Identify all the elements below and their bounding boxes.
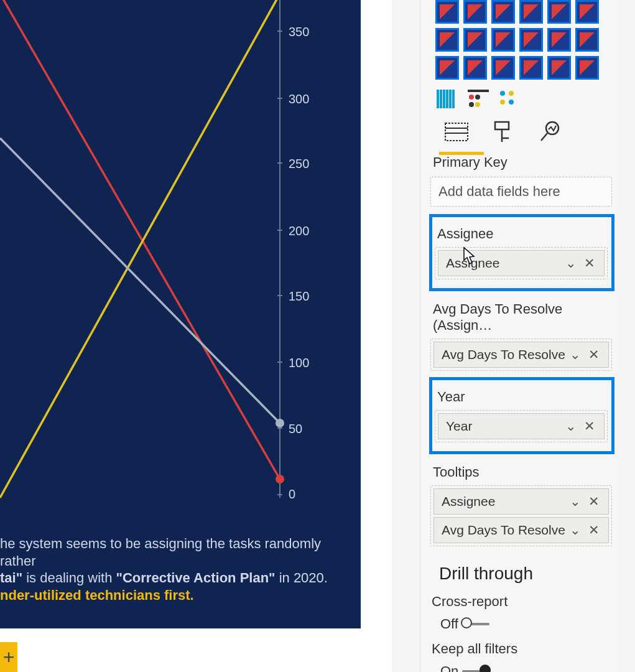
chevron-down-icon[interactable]: ⌄: [562, 419, 580, 434]
chevron-down-icon[interactable]: ⌄: [566, 523, 585, 538]
visualizations-pane: Primary Key Add data fields here Assigne…: [420, 0, 621, 672]
svg-rect-32: [495, 122, 509, 129]
drill-through-header: Drill through: [430, 553, 613, 591]
viz-tile[interactable]: [547, 28, 571, 52]
remove-field-icon[interactable]: ✕: [580, 419, 599, 434]
viz-tile[interactable]: [519, 28, 543, 52]
line-chart-visual[interactable]: 350 300 250 200 150 100 50 0 he system s…: [0, 0, 361, 628]
tooltips-well-label: Tooltips: [430, 460, 613, 484]
field-value: Assignee: [446, 256, 499, 271]
svg-point-27: [500, 100, 505, 105]
viz-tile[interactable]: [519, 56, 543, 80]
svg-rect-18: [449, 90, 452, 108]
pane-tabs: [430, 111, 613, 151]
field-value: Avg Days To Resolve: [442, 523, 565, 538]
svg-line-11: [0, 0, 280, 498]
insight-line-3: nder-utilized technicians first.: [0, 587, 194, 603]
viz-tile[interactable]: [435, 56, 459, 80]
chevron-down-icon[interactable]: ⌄: [566, 347, 585, 362]
insight-line-2a: tai": [0, 570, 22, 586]
remove-field-icon[interactable]: ✕: [580, 256, 599, 271]
svg-point-25: [500, 91, 505, 96]
svg-point-28: [509, 100, 514, 105]
field-value: Avg Days To Resolve: [442, 347, 565, 362]
insight-line-2c: "Corrective Action Plan": [116, 570, 276, 586]
viz-tile[interactable]: [575, 0, 599, 24]
tooltip-field-assignee[interactable]: Assignee ⌄ ✕: [433, 488, 609, 515]
svg-rect-17: [446, 90, 448, 108]
svg-line-36: [541, 133, 547, 141]
y-tick-label: 50: [289, 422, 302, 436]
svg-rect-16: [443, 90, 445, 108]
y-tick-label: 350: [289, 25, 309, 39]
avg-days-well-label: Avg Days To Resolve (Assign…: [430, 297, 613, 337]
cross-report-label: Cross-report: [432, 594, 613, 616]
svg-point-26: [509, 91, 514, 96]
cross-report-toggle[interactable]: Off: [432, 616, 613, 632]
assignee-field-well[interactable]: Assignee ⌄ ✕: [438, 250, 605, 276]
active-tab-indicator: [439, 152, 484, 155]
insight-line-2d: in 2020.: [276, 570, 328, 586]
svg-line-9: [0, 0, 280, 479]
toggle-state: On: [440, 663, 458, 672]
chevron-down-icon[interactable]: ⌄: [562, 256, 580, 271]
svg-rect-15: [440, 90, 442, 108]
svg-rect-19: [452, 90, 455, 108]
primary-key-dropzone[interactable]: Add data fields here: [430, 177, 612, 207]
svg-point-10: [276, 475, 284, 483]
insight-text: he system seems to be assigning the task…: [0, 535, 361, 604]
viz-tile[interactable]: [491, 28, 515, 52]
matrix-icon[interactable]: [468, 90, 489, 108]
add-page-button[interactable]: +: [0, 642, 17, 672]
y-tick-label: 150: [289, 289, 309, 304]
tooltips-dropzone[interactable]: Assignee ⌄ ✕ Avg Days To Resolve ⌄ ✕: [430, 485, 612, 546]
viz-tile[interactable]: [491, 56, 515, 80]
svg-line-12: [0, 138, 280, 423]
svg-rect-14: [437, 90, 439, 108]
keep-filters-label: Keep all filters: [432, 641, 613, 663]
viz-tile[interactable]: [435, 0, 459, 24]
insight-line-1: he system seems to be assigning the task…: [0, 536, 321, 569]
viz-tile[interactable]: [547, 0, 571, 24]
year-well-highlight: Year Year ⌄ ✕: [429, 377, 614, 454]
viz-tile[interactable]: [547, 56, 571, 80]
fields-tab-icon[interactable]: [444, 121, 469, 143]
viz-tile[interactable]: [575, 28, 599, 52]
viz-tile[interactable]: [463, 0, 487, 24]
svg-point-22: [475, 95, 480, 100]
analytics-tab-icon[interactable]: [536, 121, 561, 143]
format-tab-icon[interactable]: [490, 121, 515, 143]
viz-tile[interactable]: [463, 28, 487, 52]
y-tick-label: 200: [289, 224, 309, 238]
svg-point-13: [276, 419, 284, 427]
year-field-well[interactable]: Year ⌄ ✕: [438, 413, 605, 439]
chevron-down-icon[interactable]: ⌄: [566, 494, 585, 509]
scatter-icon[interactable]: [499, 90, 520, 108]
small-multiples-icon[interactable]: [437, 90, 458, 108]
visualization-type-grid: [430, 0, 613, 86]
svg-point-23: [469, 102, 474, 107]
tooltip-field-avgdays[interactable]: Avg Days To Resolve ⌄ ✕: [433, 517, 609, 543]
plus-icon: +: [3, 646, 15, 669]
keep-filters-toggle[interactable]: On: [432, 663, 613, 672]
insight-line-2b: is dealing with: [22, 570, 116, 586]
viz-tile[interactable]: [463, 56, 487, 80]
report-canvas[interactable]: 350 300 250 200 150 100 50 0 he system s…: [0, 0, 392, 672]
toggle-state: Off: [440, 616, 458, 632]
remove-field-icon[interactable]: ✕: [585, 523, 603, 538]
viz-tile[interactable]: [491, 0, 515, 24]
year-well-label: Year: [435, 385, 609, 409]
viz-tile[interactable]: [519, 0, 543, 24]
avg-days-field-well[interactable]: Avg Days To Resolve ⌄ ✕: [433, 342, 609, 368]
svg-point-24: [475, 102, 480, 107]
remove-field-icon[interactable]: ✕: [585, 347, 603, 362]
viz-tile[interactable]: [575, 56, 599, 80]
viz-tile[interactable]: [435, 28, 459, 52]
field-value: Year: [446, 419, 472, 434]
y-tick-label: 300: [289, 92, 309, 106]
remove-field-icon[interactable]: ✕: [585, 494, 603, 509]
svg-rect-20: [468, 90, 489, 92]
y-tick-label: 0: [289, 487, 295, 502]
y-tick-label: 250: [289, 157, 309, 171]
assignee-well-label: Assignee: [435, 222, 609, 246]
